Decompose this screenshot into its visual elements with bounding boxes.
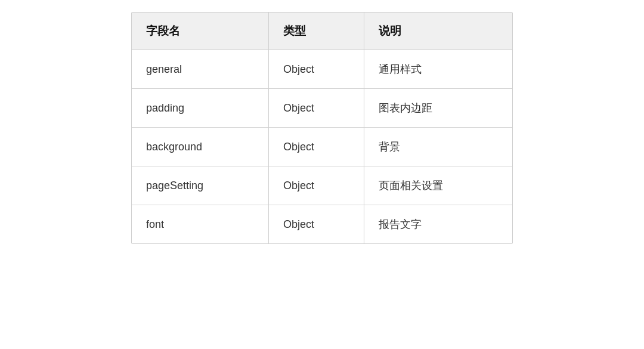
cell-type: Object xyxy=(268,50,364,89)
table-row: fontObject报告文字 xyxy=(132,205,512,244)
cell-type: Object xyxy=(268,205,364,244)
cell-field: general xyxy=(132,50,268,89)
cell-type: Object xyxy=(268,166,364,205)
table-row: paddingObject图表内边距 xyxy=(132,89,512,128)
column-header-field: 字段名 xyxy=(132,13,268,50)
table-row: backgroundObject背景 xyxy=(132,128,512,166)
cell-description: 报告文字 xyxy=(364,205,512,244)
cell-description: 通用样式 xyxy=(364,50,512,89)
data-table: 字段名 类型 说明 generalObject通用样式paddingObject… xyxy=(131,12,513,244)
column-header-type: 类型 xyxy=(268,13,364,50)
table-row: generalObject通用样式 xyxy=(132,50,512,89)
cell-type: Object xyxy=(268,89,364,128)
cell-field: pageSetting xyxy=(132,166,268,205)
cell-field: background xyxy=(132,128,268,166)
cell-field: padding xyxy=(132,89,268,128)
cell-description: 页面相关设置 xyxy=(364,166,512,205)
cell-field: font xyxy=(132,205,268,244)
cell-type: Object xyxy=(268,128,364,166)
table-row: pageSettingObject页面相关设置 xyxy=(132,166,512,205)
column-header-description: 说明 xyxy=(364,13,512,50)
cell-description: 背景 xyxy=(364,128,512,166)
table-header-row: 字段名 类型 说明 xyxy=(132,13,512,50)
cell-description: 图表内边距 xyxy=(364,89,512,128)
